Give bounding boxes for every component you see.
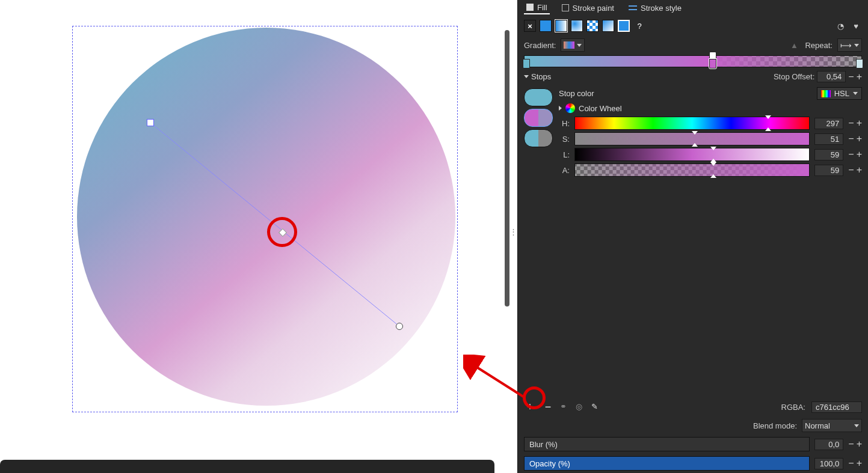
x-icon: × xyxy=(528,22,532,31)
stop-offset-spinner[interactable]: −+ xyxy=(848,73,862,81)
stroke-paint-icon xyxy=(562,4,569,11)
paint-linear-button[interactable] xyxy=(555,20,567,32)
rgba-label: RGBA: xyxy=(781,403,805,412)
paint-mesh-button[interactable] xyxy=(602,20,614,32)
tab-stroke-paint[interactable]: Stroke paint xyxy=(559,2,617,14)
gradient-label: Gradient: xyxy=(524,41,556,50)
l-label: L: xyxy=(559,150,570,159)
stops-collapse-icon[interactable] xyxy=(524,75,529,78)
plus-icon: + xyxy=(857,73,862,81)
canvas-scrollbar[interactable] xyxy=(505,30,509,307)
color-wheel-label: Color Wheel xyxy=(579,104,622,113)
blend-label: Blend mode: xyxy=(753,421,797,430)
link-icon[interactable]: ⚭ xyxy=(560,402,570,412)
color-model-select[interactable]: HSL xyxy=(817,87,862,100)
blend-mode-value: Normal xyxy=(805,421,830,430)
color-wheel-icon xyxy=(565,103,575,113)
paint-swatch-button[interactable] xyxy=(618,20,630,32)
stop-color-label: Stop color xyxy=(559,89,594,98)
h-label: H: xyxy=(559,119,570,128)
gradient-start-handle[interactable] xyxy=(147,119,154,126)
gradient-strip[interactable] xyxy=(524,55,862,67)
gradient-stop-handle-1[interactable] xyxy=(709,59,716,69)
eyedropper-icon[interactable]: ✎ xyxy=(591,402,601,412)
opacity-spinner[interactable]: −+ xyxy=(848,460,862,467)
tab-fill[interactable]: Fill xyxy=(524,2,550,14)
color-model-value: HSL xyxy=(834,89,849,98)
blur-value[interactable]: 0,0 xyxy=(814,439,843,450)
repeat-select[interactable]: ⟼ xyxy=(837,38,862,52)
alpha-slider[interactable] xyxy=(574,163,810,177)
fill-icon xyxy=(526,4,534,11)
svg-line-0 xyxy=(150,123,399,326)
tab-fill-label: Fill xyxy=(537,3,547,12)
stroke-style-icon xyxy=(629,4,637,11)
tab-stroke-style[interactable]: Stroke style xyxy=(626,2,684,14)
gradient-end-handle[interactable] xyxy=(396,323,403,330)
chevron-down-icon xyxy=(853,92,858,95)
question-icon: ? xyxy=(637,22,641,31)
opacity-label: Opacity (%) xyxy=(529,459,570,468)
canvas-footer-bar xyxy=(0,460,494,473)
repeat-label: Repeat: xyxy=(805,41,833,50)
blur-input[interactable]: Blur (%) xyxy=(524,437,810,451)
stop-offset-label: Stop Offset: xyxy=(774,72,814,81)
paint-pattern-button[interactable] xyxy=(586,20,599,32)
colorwheel-expand-icon[interactable] xyxy=(559,106,562,111)
repeat-none-icon: ⟼ xyxy=(840,41,852,50)
remove-stop-button[interactable]: − xyxy=(542,401,554,413)
gradient-preview-icon xyxy=(564,41,574,49)
reverse-gradient-button[interactable]: ▲ xyxy=(788,39,800,51)
gradient-vector-line xyxy=(0,0,517,457)
paint-none-button[interactable]: × xyxy=(524,20,536,32)
blur-spinner[interactable]: −+ xyxy=(848,441,862,448)
gradient-select[interactable] xyxy=(561,38,585,52)
minus-icon: − xyxy=(848,73,854,81)
chevron-down-icon xyxy=(577,44,582,47)
color-model-icon xyxy=(821,90,831,97)
gradient-stop-handle-2[interactable] xyxy=(856,59,863,69)
paint-flat-button[interactable] xyxy=(540,20,552,32)
sat-spinner[interactable]: −+ xyxy=(848,135,862,142)
shield-icon[interactable]: ♥ xyxy=(850,20,862,32)
sat-slider[interactable] xyxy=(574,132,810,145)
light-spinner[interactable]: −+ xyxy=(848,151,862,158)
opacity-value[interactable]: 100,0 xyxy=(814,458,843,469)
paint-radial-button[interactable] xyxy=(571,20,583,32)
add-stop-button[interactable]: + xyxy=(524,401,536,413)
alpha-value[interactable]: 59 xyxy=(814,165,843,176)
blur-label: Blur (%) xyxy=(529,440,558,449)
stop-item-2[interactable] xyxy=(524,129,553,147)
stops-header: Stops xyxy=(531,72,551,81)
alpha-spinner[interactable]: −+ xyxy=(848,166,862,174)
tab-stroke-paint-label: Stroke paint xyxy=(573,4,614,13)
tab-stroke-style-label: Stroke style xyxy=(641,4,682,13)
paint-unknown-button[interactable]: ? xyxy=(633,20,645,32)
stop-item-1[interactable] xyxy=(524,109,553,127)
hole-icon[interactable]: ◔ xyxy=(834,20,846,32)
canvas[interactable] xyxy=(0,0,517,473)
stop-offset-input[interactable]: 0,54 xyxy=(817,71,846,82)
hue-value[interactable]: 297 xyxy=(814,118,843,129)
hue-spinner[interactable]: −+ xyxy=(848,120,862,127)
a-label: A: xyxy=(559,166,570,175)
hue-slider[interactable] xyxy=(574,117,810,130)
light-value[interactable]: 59 xyxy=(814,149,843,160)
panel-resize-grip[interactable]: ⋮ xyxy=(510,222,516,240)
sat-value[interactable]: 51 xyxy=(814,133,843,145)
chevron-down-icon xyxy=(854,424,859,427)
light-slider[interactable] xyxy=(574,148,810,161)
rgba-input[interactable]: c761cc96 xyxy=(811,401,862,413)
blend-mode-select[interactable]: Normal xyxy=(802,419,862,432)
target-icon[interactable]: ◎ xyxy=(576,402,585,412)
stop-list xyxy=(524,86,553,178)
stop-item-0[interactable] xyxy=(524,88,553,106)
opacity-input[interactable]: Opacity (%) xyxy=(524,456,810,471)
chevron-down-icon xyxy=(854,44,859,47)
fill-stroke-panel: ⋮ Fill Stroke paint Stroke style × ? xyxy=(517,0,868,473)
gradient-stop-handle-0[interactable] xyxy=(523,59,530,69)
s-label: S: xyxy=(559,135,570,144)
